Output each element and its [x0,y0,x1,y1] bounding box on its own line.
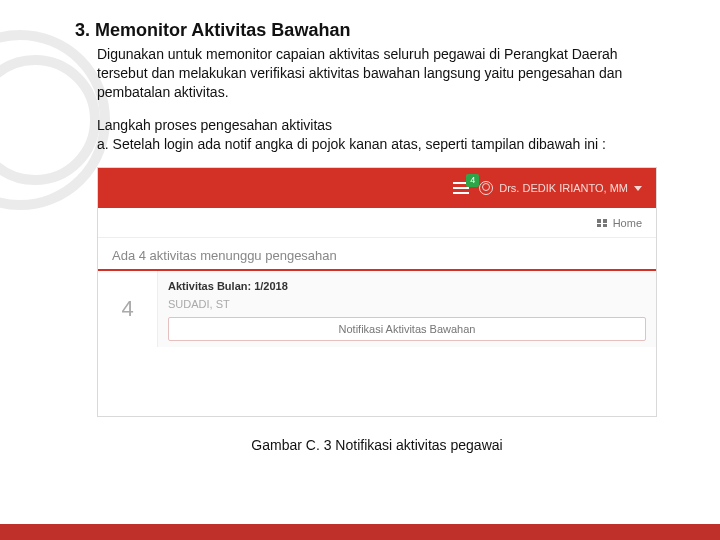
notification-action[interactable]: Notifikasi Aktivitas Bawahan [168,317,646,341]
step-heading: Langkah proses pengesahan aktivitas [97,117,332,133]
section-heading: 3. Memonitor Aktivitas Bawahan [75,20,670,41]
app-header: 4 Drs. DEDIK IRIANTO, MM [98,168,656,208]
dashboard-icon [597,219,607,227]
notification-button[interactable]: 4 [453,182,469,194]
breadcrumb-bar: Home [98,208,656,238]
pending-summary: Ada 4 aktivitas menunggu pengesahan [98,238,656,269]
notification-count-badge: 4 [466,174,479,187]
figure-caption: Gambar C. 3 Notifikasi aktivitas pegawai [97,437,657,453]
paragraph: Langkah proses pengesahan aktivitas a. S… [97,116,670,154]
paragraph: Digunakan untuk memonitor capaian aktivi… [97,45,670,102]
step-item: a. Setelah login ada notif angka di pojo… [97,136,606,152]
user-menu[interactable]: Drs. DEDIK IRIANTO, MM [479,181,642,195]
app-screenshot: 4 Drs. DEDIK IRIANTO, MM Home Ada 4 akti… [97,167,657,417]
avatar-icon [479,181,493,195]
breadcrumb-home[interactable]: Home [613,217,642,229]
figure: 4 Drs. DEDIK IRIANTO, MM Home Ada 4 akti… [97,167,657,453]
slide-footer-bar [0,524,720,540]
notification-person: SUDADI, ST [168,295,646,313]
notification-count-tile: 4 [98,271,158,347]
notification-body: Aktivitas Bulan: 1/2018 SUDADI, ST Notif… [158,271,656,347]
user-name: Drs. DEDIK IRIANTO, MM [499,182,628,194]
notification-month: Aktivitas Bulan: 1/2018 [168,277,646,295]
chevron-down-icon [634,186,642,191]
document-content: 3. Memonitor Aktivitas Bawahan Digunakan… [0,0,720,463]
notification-card[interactable]: 4 Aktivitas Bulan: 1/2018 SUDADI, ST Not… [98,271,656,347]
